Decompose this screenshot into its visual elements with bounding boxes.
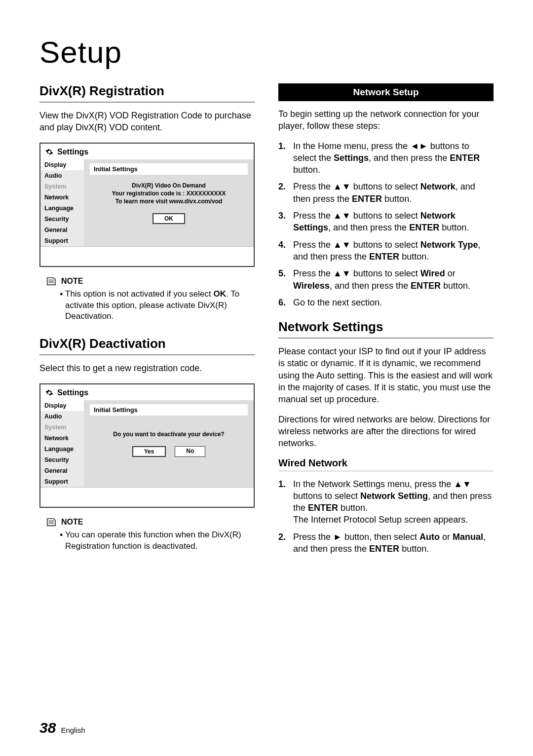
step-item: Press the ▲▼ buttons to select Network T… [278, 239, 494, 263]
divx-vod-line2: Your registration code is : XXXXXXXXXX [92, 189, 246, 197]
sidebar-item-general[interactable]: General [40, 465, 84, 476]
right-column: Network Setup To begin setting up the ne… [278, 83, 494, 566]
sidebar-item-system[interactable]: System [40, 181, 84, 192]
divx-deactivation-heading: DivX(R) Deactivation [39, 336, 255, 355]
network-setup-bar: Network Setup [278, 83, 494, 101]
sidebar-item-display[interactable]: Display [40, 159, 84, 170]
gear-icon [45, 148, 53, 156]
sidebar-item-audio[interactable]: Audio [40, 411, 84, 422]
divx-vod-line3: To learn more visit www.divx.com/vod [92, 197, 246, 205]
step-item: Press the ▲▼ buttons to select Wired or … [278, 267, 494, 292]
settings-panel-registration: Settings DisplayAudioSystemNetworkLangua… [39, 143, 255, 267]
sidebar-item-display[interactable]: Display [40, 400, 84, 411]
step-item: In the Network Settings menu, press the … [278, 478, 494, 526]
divx-registration-desc: View the DivX(R) VOD Registration Code t… [39, 110, 255, 134]
network-settings-heading: Network Settings [278, 319, 494, 339]
sidebar-item-language[interactable]: Language [40, 444, 84, 454]
content-header: Initial Settings [90, 163, 248, 175]
note-label: NOTE [61, 518, 83, 527]
note-item: This option is not activated if you sele… [65, 289, 255, 323]
note-icon [45, 518, 56, 527]
step-item: Press the ▲▼ buttons to select Network S… [278, 210, 494, 234]
page-language: English [61, 726, 85, 734]
divx-registration-heading: DivX(R) Registration [39, 83, 255, 103]
network-setup-steps: In the Home menu, press the ◄► buttons t… [278, 140, 494, 309]
sidebar-item-network[interactable]: Network [40, 433, 84, 444]
step-item: Press the ► button, then select Auto or … [278, 531, 494, 555]
gear-icon [45, 389, 53, 397]
sidebar-item-security[interactable]: Security [40, 214, 84, 225]
sidebar-item-support[interactable]: Support [40, 476, 84, 487]
step-item: Go to the next section. [278, 297, 494, 308]
sidebar-item-general[interactable]: General [40, 225, 84, 235]
network-settings-p2: Directions for wired networks are below.… [278, 414, 494, 450]
page-footer: 38 English [39, 719, 85, 736]
settings-side-menu: DisplayAudioSystemNetworkLanguageSecurit… [40, 400, 84, 487]
step-item: Press the ▲▼ buttons to select Network, … [278, 181, 494, 205]
note-label: NOTE [61, 277, 83, 286]
network-settings-p1: Please contact your ISP to find out if y… [278, 345, 494, 405]
sidebar-item-support[interactable]: Support [40, 235, 84, 246]
panel-title-text: Settings [57, 148, 88, 156]
wired-network-heading: Wired Network [278, 457, 494, 471]
page-number: 38 [39, 719, 56, 736]
network-setup-intro: To begin setting up the network connecti… [278, 108, 494, 132]
page-title: Setup [39, 35, 494, 70]
sidebar-item-network[interactable]: Network [40, 192, 84, 203]
sidebar-item-system[interactable]: System [40, 422, 84, 433]
settings-side-menu: DisplayAudioSystemNetworkLanguageSecurit… [40, 159, 84, 246]
panel-title-text: Settings [57, 388, 88, 397]
deactivate-question: Do you want to deactivate your device? [92, 430, 246, 438]
settings-panel-deactivation: Settings DisplayAudioSystemNetworkLangua… [39, 383, 255, 508]
note-icon [45, 277, 56, 286]
sidebar-item-audio[interactable]: Audio [40, 170, 84, 181]
divx-deactivation-desc: Select this to get a new registration co… [39, 362, 255, 374]
step-item: In the Home menu, press the ◄► buttons t… [278, 140, 494, 176]
sidebar-item-language[interactable]: Language [40, 203, 84, 214]
divx-vod-line1: DivX(R) Video On Demand [92, 182, 246, 189]
no-button[interactable]: No [175, 446, 205, 457]
yes-button[interactable]: Yes [132, 446, 166, 457]
ok-button[interactable]: OK [152, 213, 185, 224]
sidebar-item-security[interactable]: Security [40, 454, 84, 465]
wired-network-steps: In the Network Settings menu, press the … [278, 478, 494, 555]
note-item: You can operate this function when the D… [65, 529, 255, 552]
content-header: Initial Settings [90, 404, 248, 416]
left-column: DivX(R) Registration View the DivX(R) VO… [39, 83, 255, 566]
